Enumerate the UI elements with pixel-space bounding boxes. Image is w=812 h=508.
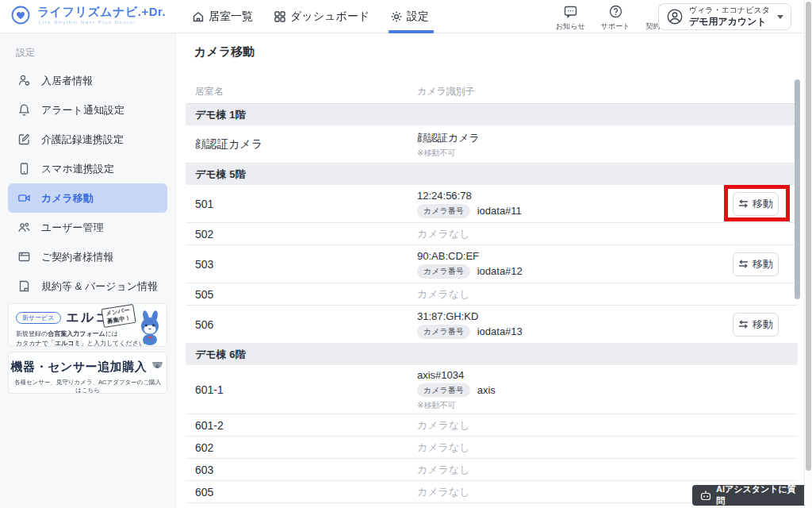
move-camera-button[interactable]: 移動 (733, 192, 779, 216)
camera-number: axis (477, 384, 496, 396)
no-camera-label: カメラなし (417, 485, 470, 499)
sidebar-item-7[interactable]: 規約等 & バージョン情報 (0, 271, 175, 301)
sidebar-item-label: 規約等 & バージョン情報 (41, 279, 158, 294)
immovable-note: ※移動不可 (417, 399, 496, 410)
room-name: 601-2 (195, 419, 224, 432)
camera-identifier: 90:AB:CD:EF (417, 250, 523, 262)
utility-0[interactable]: お知らせ (556, 4, 585, 32)
move-arrows-icon (738, 199, 749, 208)
no-camera-label: カメラなし (417, 287, 470, 302)
move-button-label: 移動 (753, 197, 773, 211)
elcomi-promo-banner[interactable]: 新サービス エルコミ メンバー 募集中！ 新規登録の合言葉入力フォームには カタ… (8, 303, 167, 347)
mascot-rabbit-icon (132, 310, 166, 345)
sidebar-item-6[interactable]: ご契約者様情報 (0, 242, 175, 271)
sidebar-item-1[interactable]: アラート通知設定 (0, 95, 175, 125)
settings-sidebar: 設定 入居者情報アラート通知設定介護記録連携設定スマホ連携設定カメラ移動ユーザー… (0, 33, 176, 508)
nav-item-label: 設定 (407, 10, 429, 24)
room-name: 605 (195, 486, 213, 498)
floor-group-header: デモ棟 6階 (186, 344, 798, 365)
nav-item-1[interactable]: ダッシュボード (274, 0, 370, 33)
nav-item-2[interactable]: 設定 (390, 0, 429, 33)
gear-icon (390, 10, 403, 23)
camera-identifier: 31:87:GH:KD (417, 310, 523, 322)
no-camera-label: カメラなし (417, 441, 470, 455)
utility-1[interactable]: サポート (601, 4, 630, 32)
bell-icon (17, 103, 31, 117)
column-room-name: 居室名 (195, 85, 224, 98)
window-scrollbar[interactable] (804, 0, 812, 508)
move-button-label: 移動 (753, 318, 773, 332)
room-name: 506 (195, 318, 213, 331)
floor-group-label: デモ棟 6階 (195, 348, 245, 362)
users-icon (17, 221, 31, 234)
move-camera-button[interactable]: 移動 (733, 313, 779, 337)
table-row: 顔認証カメラ顔認証カメラ※移動不可 (186, 125, 798, 164)
sidebar-item-label: アラート通知設定 (41, 103, 124, 117)
table-row: 505カメラなし (186, 283, 798, 306)
camera-info: 31:87:GH:KDカメラ番号iodata#13 (417, 310, 523, 339)
room-name: 501 (195, 198, 213, 210)
new-service-badge: 新サービス (16, 312, 61, 324)
move-arrows-icon (738, 320, 749, 329)
table-column-header: 居室名 カメラ識別子 (186, 83, 798, 104)
app-logo[interactable]: ライフリズムナビ.+Dr. Life Rhythm Navi Plus Doct… (10, 4, 166, 26)
sidebar-item-4[interactable]: カメラ移動 (8, 183, 167, 213)
devices-description: 各種センサー、見守りカメラ、ACアダプターのご購入はこちら (9, 379, 167, 394)
nav-item-label: ダッシュボード (290, 10, 370, 24)
dashboard-icon (274, 10, 286, 23)
camera-info: 顔認証カメラ※移動不可 (417, 130, 480, 158)
no-camera-label: カメラなし (417, 227, 470, 241)
no-camera-label: カメラなし (417, 463, 470, 477)
card-icon (17, 250, 31, 264)
sidebar-menu: 入居者情報アラート通知設定介護記録連携設定スマホ連携設定カメラ移動ユーザー管理ご… (0, 66, 175, 301)
room-name: 顔認証カメラ (195, 137, 262, 152)
phone-icon (17, 162, 31, 175)
top-header: ライフリズムナビ.+Dr. Life Rhythm Navi Plus Doct… (0, 0, 812, 33)
window-scrollbar-thumb[interactable] (806, 2, 811, 471)
camera-info: 90:AB:CD:EFカメラ番号iodata#12 (417, 250, 523, 279)
content-scrollbar-thumb[interactable] (795, 79, 800, 299)
sidebar-item-3[interactable]: スマホ連携設定 (0, 154, 175, 183)
sidebar-item-label: 入居者情報 (41, 74, 93, 88)
ai-button-label: AIアシスタントに質問 (716, 483, 804, 507)
camera-info: axis#1034カメラ番号axis※移動不可 (417, 368, 496, 410)
camera-number-badge: カメラ番号 (417, 325, 470, 339)
sidebar-item-label: スマホ連携設定 (41, 162, 114, 176)
edit-icon (17, 133, 31, 146)
sidebar-item-2[interactable]: 介護記録連携設定 (0, 125, 175, 154)
resident-icon (17, 74, 31, 87)
sidebar-item-5[interactable]: ユーザー管理 (0, 213, 175, 242)
move-arrows-icon (738, 260, 749, 268)
table-row: 502カメラなし (186, 223, 798, 245)
floor-group-header: デモ棟 5階 (186, 164, 798, 185)
ai-assistant-button[interactable]: AIアシスタントに質問 (692, 485, 812, 506)
account-menu[interactable]: ヴィラ・エコナビスタ デモ用アカウント (658, 3, 791, 30)
table-row: 602カメラなし (186, 437, 798, 459)
table-row: 603カメラなし (186, 459, 798, 481)
no-camera-label: カメラなし (417, 418, 470, 433)
camera-info: 12:24:56:78カメラ番号iodata#11 (417, 190, 522, 218)
home-icon (192, 10, 205, 23)
room-name: 502 (195, 228, 213, 241)
room-name: 505 (195, 288, 213, 301)
account-name: デモ用アカウント (689, 16, 770, 28)
camera-icon (17, 191, 31, 205)
camera-move-content: カメラ移動 居室名 カメラ識別子 デモ棟 1階顔認証カメラ顔認証カメラ※移動不可… (177, 33, 804, 508)
logo-heart-icon (10, 4, 32, 26)
sidebar-section-label: 設定 (16, 46, 175, 60)
account-org: ヴィラ・エコナビスタ (689, 6, 770, 16)
column-camera-id: カメラ識別子 (417, 85, 475, 98)
device-purchase-banner[interactable]: 機器・センサー追加購入 各種センサー、見守りカメラ、ACアダプターのご購入はこち… (8, 352, 167, 394)
table-row: 601-2カメラなし (186, 414, 798, 437)
floor-group-label: デモ棟 1階 (195, 108, 245, 122)
move-camera-button[interactable]: 移動 (733, 252, 779, 276)
sidebar-item-0[interactable]: 入居者情報 (0, 66, 175, 95)
sidebar-item-label: ご契約者様情報 (41, 250, 113, 264)
table-row: 50390:AB:CD:EFカメラ番号iodata#12移動 (186, 245, 798, 283)
devices-title: 機器・センサー追加購入 (11, 360, 147, 375)
camera-number: iodata#13 (477, 325, 523, 337)
nav-item-0[interactable]: 居室一覧 (192, 0, 253, 33)
camera-number-badge: カメラ番号 (417, 383, 470, 397)
announcement-icon (563, 4, 578, 19)
nav-item-label: 居室一覧 (209, 10, 253, 24)
